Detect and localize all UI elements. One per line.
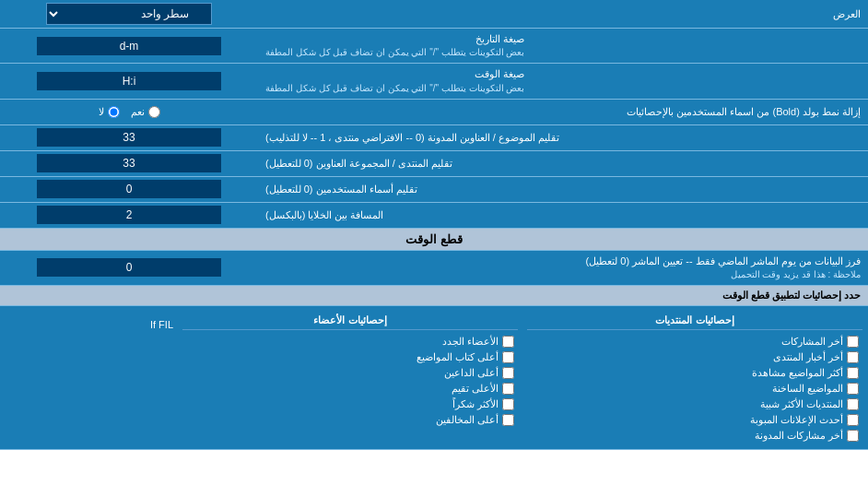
- time-format-sublabel: بعض التكوينات يتطلب "/" التي يمكن ان تضا…: [265, 82, 524, 95]
- cutoff-label-text: فرز البيانات من يوم الماشر الماضي فقط --…: [265, 255, 861, 267]
- cutoff-input[interactable]: [37, 258, 221, 277]
- posts-stats-header: إحصائيات المنتديات: [527, 312, 862, 330]
- cutoff-section-header: قطع الوقت: [0, 229, 868, 251]
- display-select-wrapper: سطر واحد سطرين ثلاثة أسطر: [0, 0, 258, 28]
- members-stats-col: إحصائيات الأعضاء الأعضاء الجدد أعلى كتاب…: [182, 312, 518, 444]
- stats-section: حدد إحصائيات لتطبيق قطع الوقت إحصائيات ا…: [0, 286, 868, 450]
- bold-label: إزالة نمط بولد (Bold) من اسماء المستخدمي…: [258, 102, 868, 122]
- cutoff-label: فرز البيانات من يوم الماشر الماضي فقط --…: [258, 251, 868, 285]
- posts-checkbox-2[interactable]: [847, 351, 859, 363]
- topics-titles-row: تقليم الموضوع / العناوين المدونة (0 -- ا…: [0, 125, 868, 151]
- cutoff-row: فرز البيانات من يوم الماشر الماضي فقط --…: [0, 251, 868, 286]
- list-item: أحدث الإعلانات المبوبة: [527, 412, 862, 428]
- posts-checkbox-6[interactable]: [847, 414, 859, 426]
- time-format-row: صيغة الوقت بعض التكوينات يتطلب "/" التي …: [0, 64, 868, 99]
- stats-content: إحصائيات المنتديات أخر المشاركات أخر أخب…: [0, 306, 868, 449]
- list-item: أخر أخبار المنتدى: [527, 349, 862, 365]
- time-format-input[interactable]: [37, 72, 221, 90]
- display-select[interactable]: سطر واحد سطرين ثلاثة أسطر: [46, 3, 212, 25]
- posts-stats-col: إحصائيات المنتديات أخر المشاركات أخر أخب…: [527, 312, 862, 444]
- stats-header: حدد إحصائيات لتطبيق قطع الوقت: [0, 286, 868, 306]
- cutoff-input-wrapper: [0, 251, 258, 285]
- cell-spacing-input[interactable]: [37, 206, 221, 224]
- posts-checkbox-7[interactable]: [847, 430, 859, 442]
- members-checkbox-2[interactable]: [502, 351, 514, 363]
- bold-yes-radio[interactable]: [148, 106, 160, 118]
- list-item: المواضيع الساخنة: [527, 381, 862, 396]
- time-format-input-wrapper: [0, 64, 258, 98]
- usernames-row: تقليم أسماء المستخدمين (0 للتعطيل): [0, 177, 868, 203]
- cutoff-sublabel: ملاحظة : هذا قد يزيد وقت التحميل: [265, 269, 861, 279]
- date-format-sublabel: بعض التكوينات يتطلب "/" التي يمكن ان تضا…: [265, 46, 524, 59]
- list-item: أعلى المخالفين: [182, 412, 518, 428]
- bold-yes-label[interactable]: نعم: [131, 106, 160, 118]
- list-item: أخر المشاركات: [527, 334, 862, 349]
- if-fil-text: If FIL: [150, 319, 173, 330]
- time-format-label: صيغة الوقت بعض التكوينات يتطلب "/" التي …: [258, 64, 868, 98]
- display-label: العرض: [258, 5, 868, 24]
- posts-checkbox-1[interactable]: [847, 336, 859, 348]
- usernames-input[interactable]: [37, 180, 221, 198]
- bold-controls: نعم لا: [0, 103, 258, 121]
- list-item: الأعلى تقيم: [182, 381, 518, 396]
- date-format-row: صيغة التاريخ بعض التكوينات يتطلب "/" الت…: [0, 29, 868, 64]
- topics-titles-label: تقليم الموضوع / العناوين المدونة (0 -- ا…: [258, 125, 868, 150]
- list-item: أخر مشاركات المدونة: [527, 428, 862, 444]
- forum-titles-row: تقليم المنتدى / المجموعة العناوين (0 للت…: [0, 151, 868, 177]
- list-item: المنتديات الأكثر شبية: [527, 396, 862, 412]
- time-format-text: صيغة الوقت بعض التكوينات يتطلب "/" التي …: [265, 67, 524, 94]
- bold-no-label[interactable]: لا: [99, 106, 120, 118]
- cell-spacing-label: المسافة بين الخلايا (بالبكسل): [258, 203, 868, 228]
- members-checkbox-4[interactable]: [502, 383, 514, 395]
- cell-spacing-input-wrapper: [0, 203, 258, 228]
- date-format-input[interactable]: [37, 37, 221, 55]
- forum-titles-label: تقليم المنتدى / المجموعة العناوين (0 للت…: [258, 151, 868, 176]
- posts-checkbox-4[interactable]: [847, 383, 859, 395]
- apply-col: If FIL: [6, 312, 173, 444]
- forum-titles-input-wrapper: [0, 151, 258, 176]
- members-checkbox-5[interactable]: [502, 398, 514, 410]
- bold-row: إزالة نمط بولد (Bold) من اسماء المستخدمي…: [0, 100, 868, 125]
- members-checkbox-3[interactable]: [502, 367, 514, 379]
- cell-spacing-row: المسافة بين الخلايا (بالبكسل): [0, 203, 868, 229]
- posts-checkbox-5[interactable]: [847, 398, 859, 410]
- members-stats-header: إحصائيات الأعضاء: [182, 312, 518, 330]
- topics-titles-input-wrapper: [0, 125, 258, 150]
- topics-titles-input[interactable]: [37, 128, 221, 147]
- stats-header-text: حدد إحصائيات لتطبيق قطع الوقت: [722, 290, 861, 301]
- members-checkbox-6[interactable]: [502, 414, 514, 426]
- usernames-label: تقليم أسماء المستخدمين (0 للتعطيل): [258, 177, 868, 202]
- list-item: أكثر المواضيع مشاهدة: [527, 365, 862, 381]
- date-format-input-wrapper: [0, 29, 258, 63]
- bold-no-radio[interactable]: [108, 106, 120, 118]
- list-item: الأعضاء الجدد: [182, 334, 518, 349]
- members-checkbox-1[interactable]: [502, 336, 514, 348]
- list-item: الأكثر شكراً: [182, 396, 518, 412]
- list-item: أعلى الداعين: [182, 365, 518, 381]
- cutoff-header-text: قطع الوقت: [405, 232, 463, 246]
- date-format-text: صيغة التاريخ بعض التكوينات يتطلب "/" الت…: [265, 32, 524, 59]
- posts-checkbox-3[interactable]: [847, 367, 859, 379]
- usernames-input-wrapper: [0, 177, 258, 202]
- display-row: العرض سطر واحد سطرين ثلاثة أسطر: [0, 0, 868, 29]
- date-format-label: صيغة التاريخ بعض التكوينات يتطلب "/" الت…: [258, 29, 868, 63]
- forum-titles-input[interactable]: [37, 154, 221, 172]
- list-item: أعلى كتاب المواضيع: [182, 349, 518, 365]
